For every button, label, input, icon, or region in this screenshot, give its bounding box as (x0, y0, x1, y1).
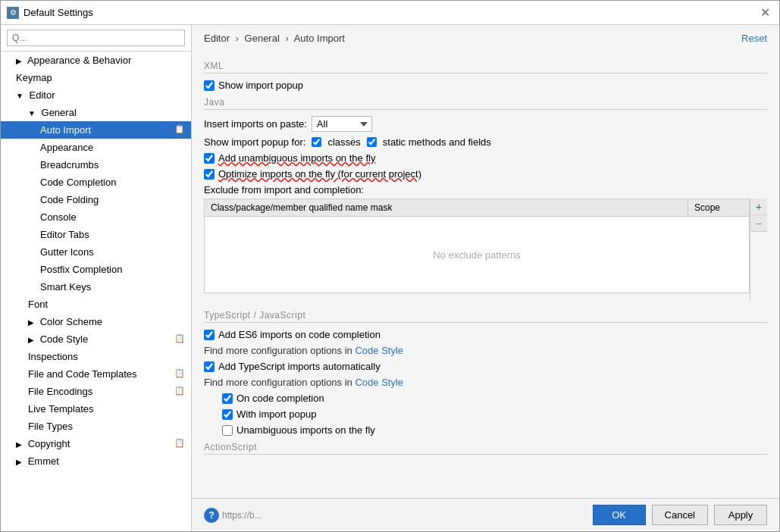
show-import-popup-row: Show import popup for: classes static me… (204, 136, 767, 148)
title-bar: ⚙ Default Settings ✕ (1, 1, 779, 25)
sidebar-item-breadcrumbs[interactable]: Breadcrumbs (1, 156, 191, 174)
close-button[interactable]: ✕ (757, 5, 773, 20)
apply-button[interactable]: Apply (714, 505, 767, 525)
breadcrumb-part2: General (245, 33, 280, 44)
content-header: Editor › General › Auto Import Reset (192, 25, 779, 49)
add-typescript-checkbox[interactable] (204, 361, 215, 372)
sidebar-item-font[interactable]: Font (1, 296, 191, 313)
unambiguous-imports-label: Unambiguous imports on the fly (237, 424, 375, 436)
window-title: Default Settings (23, 7, 757, 18)
on-code-completion-checkbox[interactable] (222, 393, 233, 404)
add-typescript-label: Add TypeScript imports automatically (218, 361, 381, 372)
optimize-imports-row: Optimize imports on the fly (for current… (204, 168, 767, 180)
sidebar-item-code-style[interactable]: ▶ Code Style 📋 (1, 330, 191, 348)
settings-badge-icon: 📋 (174, 333, 185, 343)
arrow-icon: ▶ (16, 440, 22, 449)
with-import-popup-label: With import popup (237, 408, 317, 420)
bottom-left: ? https://b... (204, 508, 262, 523)
add-unambiguous-checkbox[interactable] (204, 153, 215, 164)
help-icon[interactable]: ? (204, 508, 219, 523)
show-import-popup-label: Show import popup for: (204, 136, 305, 148)
settings-window: ⚙ Default Settings ✕ ▶ Appearance & Beha… (0, 0, 780, 532)
sidebar-item-file-types[interactable]: File Types (1, 418, 191, 435)
find-more-1-text: Find more configuration options in (204, 345, 355, 356)
sidebar-item-general[interactable]: ▼ General (1, 104, 191, 121)
exclude-table: Class/package/member qualified name mask… (204, 199, 750, 293)
search-bar (1, 25, 191, 52)
arrow-icon: ▼ (16, 92, 23, 100)
find-more-1-row: Find more configuration options in Code … (204, 345, 767, 356)
sidebar-item-editor-tabs[interactable]: Editor Tabs (1, 226, 191, 243)
sidebar-item-code-completion[interactable]: Code Completion (1, 174, 191, 191)
xml-show-import-popup-checkbox[interactable] (204, 80, 215, 91)
static-methods-checkbox[interactable] (367, 137, 377, 147)
sidebar-item-postfix-completion[interactable]: Postfix Completion (1, 261, 191, 278)
insert-imports-row: Insert imports on paste: All Ask None (204, 116, 767, 132)
code-style-link-2[interactable]: Code Style (355, 377, 403, 388)
bottom-right: OK Cancel Apply (593, 505, 767, 525)
add-typescript-row: Add TypeScript imports automatically (204, 361, 767, 372)
settings-badge-icon: 📋 (174, 368, 185, 378)
arrow-icon: ▶ (28, 336, 34, 344)
exclude-table-actions: + − (750, 199, 767, 301)
xml-show-import-popup-label: Show import popup (218, 80, 303, 91)
table-col2-header: Scope (688, 199, 749, 216)
on-code-completion-label: On code completion (237, 393, 324, 404)
sidebar-item-appearance-behavior[interactable]: ▶ Appearance & Behavior (1, 52, 191, 69)
bottom-bar: ? https://b... OK Cancel Apply (192, 498, 779, 531)
optimize-imports-label: Optimize imports on the fly (for current… (218, 168, 421, 180)
unambiguous-imports-checkbox[interactable] (222, 425, 233, 436)
sidebar-item-file-encodings[interactable]: File Encodings 📋 (1, 383, 191, 400)
sidebar-item-file-code-templates[interactable]: File and Code Templates 📋 (1, 365, 191, 383)
classes-checkbox[interactable] (312, 137, 321, 147)
ok-button[interactable]: OK (593, 505, 646, 525)
arrow-icon: ▶ (16, 57, 22, 65)
optimize-imports-checkbox[interactable] (204, 169, 215, 180)
add-es6-checkbox[interactable] (204, 330, 215, 340)
exclude-label: Exclude from import and completion: (204, 184, 767, 196)
java-section-header: Java (204, 97, 767, 110)
with-import-popup-checkbox[interactable] (222, 409, 233, 420)
sidebar-item-copyright[interactable]: ▶ Copyright 📋 (1, 435, 191, 452)
sidebar-item-code-folding[interactable]: Code Folding (1, 191, 191, 208)
sidebar-item-color-scheme[interactable]: ▶ Color Scheme (1, 313, 191, 330)
xml-show-import-popup-row: Show import popup (204, 80, 767, 91)
sidebar-item-emmet[interactable]: ▶ Emmet (1, 452, 191, 470)
find-more-2-text: Find more configuration options in (204, 377, 355, 388)
sidebar-item-editor[interactable]: ▼ Editor (1, 86, 191, 104)
sidebar-item-live-templates[interactable]: Live Templates (1, 400, 191, 418)
sidebar-item-console[interactable]: Console (1, 208, 191, 226)
settings-badge-icon: 📋 (174, 438, 185, 448)
breadcrumb-sep1: › (236, 33, 239, 44)
table-col1-header: Class/package/member qualified name mask (205, 199, 688, 216)
insert-imports-label: Insert imports on paste: (204, 118, 307, 130)
remove-exclude-button[interactable]: − (750, 215, 767, 232)
code-style-link-1[interactable]: Code Style (355, 345, 403, 356)
reset-button[interactable]: Reset (741, 33, 767, 44)
exclude-table-wrapper: Class/package/member qualified name mask… (204, 199, 767, 301)
breadcrumb-part1: Editor (204, 33, 230, 44)
content-body: XML Show import popup Java Insert import… (192, 49, 779, 498)
actionscript-section-header: ActionScript (204, 442, 767, 455)
sidebar-item-appearance[interactable]: Appearance (1, 139, 191, 156)
insert-imports-dropdown[interactable]: All Ask None (312, 116, 372, 132)
settings-badge-icon: 📋 (174, 386, 185, 396)
sidebar-item-auto-import[interactable]: Auto Import 📋 (1, 121, 191, 139)
sidebar-item-gutter-icons[interactable]: Gutter Icons (1, 243, 191, 261)
settings-badge-icon: 📋 (174, 124, 185, 134)
add-es6-row: Add ES6 imports on code completion (204, 329, 767, 340)
sidebar-item-inspections[interactable]: Inspections (1, 348, 191, 365)
arrow-icon: ▶ (28, 318, 34, 327)
sidebar-item-smart-keys[interactable]: Smart Keys (1, 278, 191, 296)
add-unambiguous-label: Add unambiguous imports on the fly (218, 152, 375, 164)
typescript-sub-options: On code completion With import popup Una… (204, 393, 767, 436)
xml-section-header: XML (204, 61, 767, 74)
cancel-button[interactable]: Cancel (652, 505, 708, 525)
exclude-table-header: Class/package/member qualified name mask… (205, 199, 749, 217)
sidebar-item-keymap[interactable]: Keymap (1, 69, 191, 86)
arrow-icon: ▼ (28, 109, 36, 117)
search-input[interactable] (7, 30, 185, 46)
add-unambiguous-row: Add unambiguous imports on the fly (204, 152, 767, 164)
on-code-completion-row: On code completion (222, 393, 767, 404)
add-exclude-button[interactable]: + (750, 199, 767, 215)
